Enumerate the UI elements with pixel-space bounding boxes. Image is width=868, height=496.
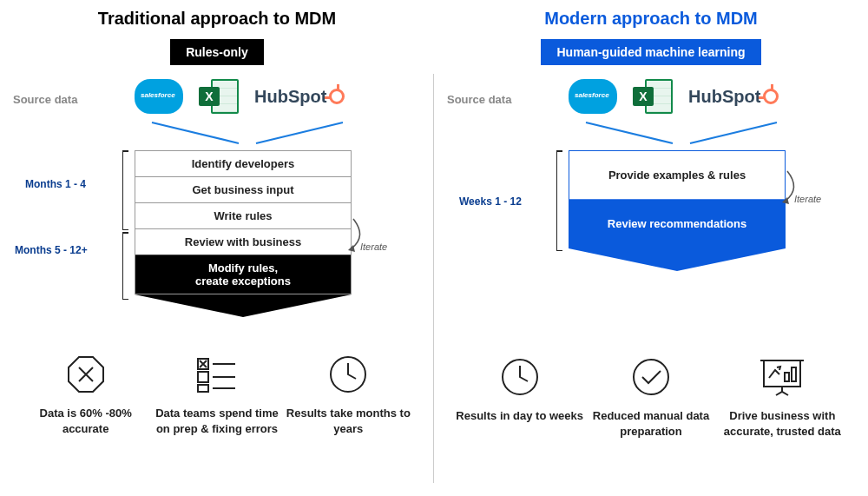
outcomes-modern: Results in day to weeks Reduced manual d… — [447, 354, 855, 439]
bracket-modern — [556, 150, 557, 251]
hubspot-logo-icon: HubSpot — [254, 87, 345, 107]
outcome-fast-results: Results in day to weeks — [455, 354, 585, 439]
source-data-label-modern: Source data — [447, 93, 511, 106]
excel-logo-icon: X — [633, 77, 673, 116]
step-write-rules: Write rules — [135, 202, 351, 228]
timeline-weeks-1-12: Weeks 1 - 12 — [459, 195, 522, 208]
circle-check-icon — [586, 354, 716, 400]
source-logos: X HubSpot — [135, 77, 345, 116]
step-get-business-input: Get business input — [135, 176, 351, 202]
svg-rect-5 — [198, 385, 208, 392]
clock-icon — [283, 352, 413, 397]
funnel-bottom-traditional — [135, 294, 352, 319]
iterate-label-traditional: Iterate — [360, 241, 387, 252]
modern-panel: Modern approach to MDM Human-guided mach… — [434, 0, 868, 496]
steps-list: Identify developers Get business input W… — [135, 150, 352, 294]
traditional-title: Traditional approach to MDM — [13, 9, 421, 29]
steps-traditional: Months 1 - 4 Months 5 - 12+ Identify dev… — [13, 150, 421, 322]
source-row-traditional: Source data X HubSpot — [13, 77, 421, 126]
svg-rect-4 — [198, 372, 208, 382]
svg-rect-14 — [764, 360, 800, 387]
step-modify-rules: Modify rules, create exceptions — [135, 255, 351, 294]
human-guided-badge: Human-guided machine learning — [541, 39, 760, 65]
excel-logo-icon: X — [199, 77, 239, 116]
rules-only-badge: Rules-only — [170, 39, 264, 65]
presentation-chart-icon — [717, 354, 847, 400]
hubspot-logo-icon: HubSpot — [688, 87, 779, 107]
step-review-recommendations: Review recommendations — [569, 199, 785, 248]
outcome-reduced-prep: Reduced manual data preparation — [586, 354, 716, 439]
bracket-2 — [122, 232, 123, 300]
checklist-icon — [152, 352, 282, 397]
clock-icon — [455, 354, 585, 400]
salesforce-logo-icon — [569, 79, 617, 114]
source-logos-modern: X HubSpot — [569, 77, 779, 116]
outcome-drive-business: Drive business with accurate, trusted da… — [717, 354, 847, 439]
outcome-prep-time: Data teams spend time on prep & fixing e… — [152, 352, 282, 436]
modern-title: Modern approach to MDM — [447, 9, 855, 29]
svg-marker-10 — [569, 248, 786, 271]
timeline-months-5-12: Months 5 - 12+ — [15, 244, 88, 256]
step-provide-examples: Provide examples & rules — [569, 151, 785, 199]
step-review-with-business: Review with business — [135, 228, 351, 255]
step-identify-developers: Identify developers — [135, 151, 351, 176]
svg-rect-17 — [792, 367, 796, 381]
funnel-top — [13, 126, 421, 150]
steps-modern: Weeks 1 - 12 Provide examples & rules Re… — [447, 150, 855, 276]
outcome-accuracy: Data is 60% -80% accurate — [21, 352, 151, 436]
svg-point-13 — [634, 360, 668, 394]
bracket-1 — [122, 150, 123, 230]
octagon-x-icon — [21, 352, 151, 397]
traditional-panel: Traditional approach to MDM Rules-only S… — [0, 0, 434, 496]
outcomes-traditional: Data is 60% -80% accurate Data teams spe… — [13, 352, 421, 436]
funnel-top-modern — [447, 126, 855, 150]
funnel-bottom-modern — [569, 248, 786, 273]
steps-list-modern: Provide examples & rules Review recommen… — [569, 150, 786, 248]
timeline-months-1-4: Months 1 - 4 — [25, 178, 86, 190]
source-row-modern: Source data X HubSpot — [447, 77, 855, 126]
svg-marker-0 — [135, 294, 352, 317]
outcome-time: Results take months to years — [283, 352, 413, 436]
salesforce-logo-icon — [135, 79, 183, 114]
source-data-label: Source data — [13, 93, 77, 106]
svg-rect-16 — [785, 373, 789, 381]
diagram-container: Traditional approach to MDM Rules-only S… — [0, 0, 868, 496]
iterate-label-modern: Iterate — [794, 194, 821, 204]
